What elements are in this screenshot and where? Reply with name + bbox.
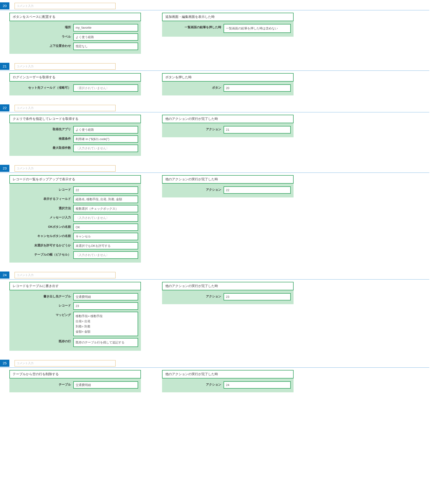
field-value[interactable]: 経路名, 移動手段, 出発, 到着, 金額	[73, 196, 138, 203]
card-title[interactable]: ボタンを押した時	[162, 73, 294, 81]
field-label: レコード	[12, 186, 73, 192]
field-label: 一覧画面の鉛筆を押した時	[165, 24, 224, 29]
comment-input[interactable]: コメント入力	[15, 360, 115, 367]
comment-input[interactable]: コメント入力	[15, 3, 115, 9]
action-block: 21コメント入力ログインユーザーを取得するセット先フィールド（省略可）〈選択され…	[0, 63, 429, 96]
field-label: 最大取得件数	[12, 144, 73, 150]
action-block: 22コメント入力クエリで条件を指定してレコードを取得する取得先アプリよく使う経路…	[0, 104, 429, 156]
field-row: 選択方法複数選択（チェックボックス）	[12, 205, 138, 213]
block-columns: ログインユーザーを取得するセット先フィールド（省略可）〈選択されていません〉ボタ…	[0, 73, 429, 96]
card-title[interactable]: 追加画面・編集画面を表示した時	[162, 13, 294, 21]
block-number: 23	[0, 165, 9, 172]
card-title[interactable]: ボタンをスペースに配置する	[9, 13, 141, 21]
field-label: ボタン	[165, 84, 224, 90]
block-header: 25コメント入力	[0, 360, 429, 368]
field-value[interactable]: 利用者 in ("${$21.code}")	[73, 135, 138, 143]
card-title[interactable]: 他のアクションの実行が完了した時	[162, 175, 294, 184]
field-row: 最大取得件数〈入力されていません〉	[12, 144, 138, 152]
field-label: 選択方法	[12, 205, 73, 210]
field-value[interactable]: 未選択でもOKを許可する	[73, 242, 138, 250]
field-row: マッピング移動手段= 移動手段 出発= 出発 到着= 到着 金額= 金額	[12, 312, 138, 336]
card-body: アクション23	[162, 290, 294, 305]
field-value[interactable]: 〈選択されていません〉	[73, 84, 138, 92]
field-label: アクション	[165, 186, 224, 192]
field-label: 既存の行	[12, 338, 73, 343]
field-value[interactable]: 23	[224, 293, 291, 301]
card-title[interactable]: 他のアクションの実行が完了した時	[162, 370, 294, 378]
field-value[interactable]: 22	[73, 186, 138, 194]
card-title[interactable]: ログインユーザーを取得する	[9, 73, 141, 81]
field-value[interactable]: 〈入力されていません〉	[73, 214, 138, 222]
field-row: ラベルよく使う経路	[12, 33, 138, 41]
field-row: OKボタンの名前OK	[12, 224, 138, 231]
comment-input[interactable]: コメント入力	[15, 272, 115, 278]
action-block: 25コメント入力テーブルから空の行を削除するテーブル交通費明細他のアクションの実…	[0, 360, 429, 393]
comment-input[interactable]: コメント入力	[15, 165, 115, 171]
trigger-card: 他のアクションの実行が完了した時アクション22	[162, 175, 294, 262]
field-label: アクション	[165, 126, 224, 131]
card-title[interactable]: 他のアクションの実行が完了した時	[162, 282, 294, 290]
trigger-card: 追加画面・編集画面を表示した時一覧画面の鉛筆を押した時一覧画面の鉛筆を押した時は…	[162, 13, 294, 54]
field-value[interactable]: 一覧画面の鉛筆を押した時は含めない	[224, 24, 291, 33]
field-label: 場所	[12, 24, 73, 29]
card-title[interactable]: レコードをテーブルに書き出す	[9, 282, 141, 290]
trigger-card: 他のアクションの実行が完了した時アクション24	[162, 370, 294, 393]
action-card: クエリで条件を指定してレコードを取得する取得先アプリよく使う経路検索条件利用者 …	[9, 115, 141, 156]
field-label: アクション	[165, 381, 224, 387]
block-header: 23コメント入力	[0, 165, 429, 173]
field-value[interactable]: 〈入力されていません〉	[73, 251, 138, 259]
action-card: レコードの一覧をポップアップで表示するレコード22表示するフィールド経路名, 移…	[9, 175, 141, 262]
action-card: ログインユーザーを取得するセット先フィールド（省略可）〈選択されていません〉	[9, 73, 141, 96]
block-columns: レコードをテーブルに書き出す書き出し先テーブル交通費明細レコード23マッピング移…	[0, 282, 429, 351]
block-header: 20コメント入力	[0, 2, 429, 10]
field-row: レコード23	[12, 302, 138, 310]
card-body: ボタン20	[162, 81, 294, 96]
field-value[interactable]: 20	[224, 84, 291, 92]
field-value[interactable]: キャンセル	[73, 233, 138, 240]
action-block: 24コメント入力レコードをテーブルに書き出す書き出し先テーブル交通費明細レコード…	[0, 271, 429, 351]
field-value[interactable]: 交通費明細	[73, 381, 138, 389]
field-label: メッセージ入力	[12, 214, 73, 220]
field-row: 一覧画面の鉛筆を押した時一覧画面の鉛筆を押した時は含めない	[165, 24, 291, 33]
field-value[interactable]: 交通費明細	[73, 293, 138, 301]
field-row: 未選択を許可するかどうか未選択でもOKを許可する	[12, 242, 138, 250]
action-block: 20コメント入力ボタンをスペースに配置する場所my_favoriteラベルよく使…	[0, 2, 429, 54]
card-title[interactable]: レコードの一覧をポップアップで表示する	[9, 175, 141, 184]
card-body: 書き出し先テーブル交通費明細レコード23マッピング移動手段= 移動手段 出発= …	[9, 290, 141, 351]
field-value[interactable]: my_favorite	[73, 24, 138, 32]
field-row: 場所my_favorite	[12, 24, 138, 32]
field-label: テーブルの幅（ピクセル）	[12, 251, 73, 257]
field-value[interactable]: 24	[224, 381, 291, 389]
card-title[interactable]: 他のアクションの実行が完了した時	[162, 115, 294, 123]
field-row: キャンセルボタンの名前キャンセル	[12, 233, 138, 240]
field-label: レコード	[12, 302, 73, 308]
field-row: セット先フィールド（省略可）〈選択されていません〉	[12, 84, 138, 92]
card-title[interactable]: クエリで条件を指定してレコードを取得する	[9, 115, 141, 123]
field-row: ボタン20	[165, 84, 291, 92]
field-value[interactable]: 23	[73, 302, 138, 310]
action-card: ボタンをスペースに配置する場所my_favoriteラベルよく使う経路上下位置合…	[9, 13, 141, 54]
field-value[interactable]: よく使う経路	[73, 33, 138, 41]
action-card: レコードをテーブルに書き出す書き出し先テーブル交通費明細レコード23マッピング移…	[9, 282, 141, 351]
block-header: 22コメント入力	[0, 104, 429, 112]
field-value[interactable]: 22	[224, 186, 291, 194]
field-row: 取得先アプリよく使う経路	[12, 126, 138, 134]
field-value[interactable]: 移動手段= 移動手段 出発= 出発 到着= 到着 金額= 金額	[73, 312, 138, 336]
comment-input[interactable]: コメント入力	[15, 105, 115, 111]
block-number: 21	[0, 63, 9, 70]
card-body: アクション22	[162, 184, 294, 198]
field-value[interactable]: よく使う経路	[73, 126, 138, 134]
field-value[interactable]: OK	[73, 224, 138, 231]
field-label: テーブル	[12, 381, 73, 387]
comment-input[interactable]: コメント入力	[15, 63, 115, 70]
field-value[interactable]: 既存のテーブル行を残して追記する	[73, 338, 138, 347]
trigger-card: 他のアクションの実行が完了した時アクション23	[162, 282, 294, 351]
field-value[interactable]: 21	[224, 126, 291, 134]
field-value[interactable]: 〈入力されていません〉	[73, 144, 138, 152]
field-label: 上下位置合わせ	[12, 43, 73, 48]
field-value[interactable]: 複数選択（チェックボックス）	[73, 205, 138, 213]
card-title[interactable]: テーブルから空の行を削除する	[9, 370, 141, 378]
trigger-card: 他のアクションの実行が完了した時アクション21	[162, 115, 294, 156]
field-value[interactable]: 指定なし	[73, 43, 138, 50]
card-body: 取得先アプリよく使う経路検索条件利用者 in ("${$21.code}")最大…	[9, 123, 141, 156]
